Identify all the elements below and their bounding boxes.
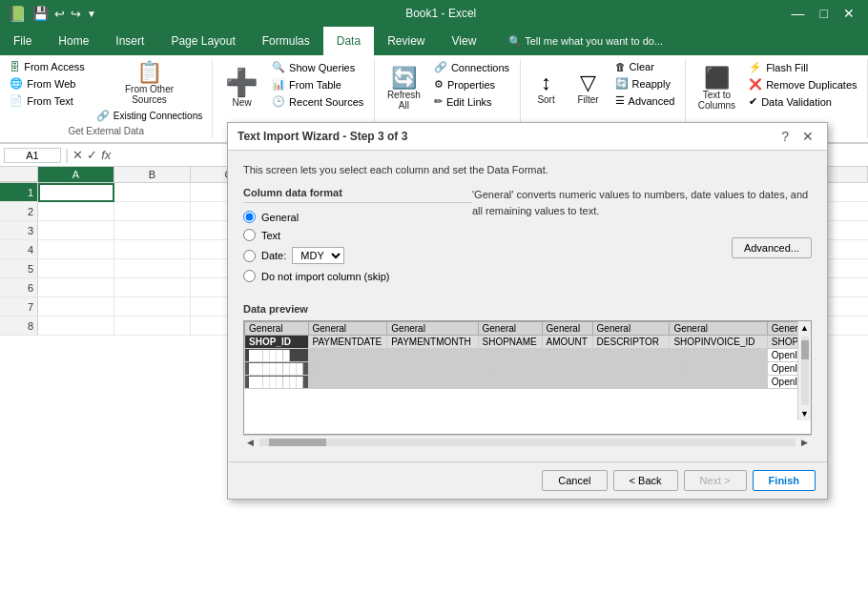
- cell-B5[interactable]: [114, 259, 191, 278]
- preview-cell: ██████████: [592, 349, 670, 362]
- tell-me-input[interactable]: 🔍 Tell me what you want to do...: [508, 35, 663, 48]
- quick-access-dropdown[interactable]: ▼: [87, 9, 96, 19]
- function-icon[interactable]: fx: [101, 148, 111, 162]
- from-other-sources-button[interactable]: 📋 From OtherSources: [93, 59, 206, 107]
- recent-sources-button[interactable]: 🕒 Recent Sources: [268, 93, 367, 110]
- close-button[interactable]: ✕: [837, 6, 860, 21]
- advanced-button[interactable]: Advanced...: [732, 237, 812, 258]
- cancel-button[interactable]: Cancel: [542, 470, 607, 491]
- filter-button[interactable]: ▽ Filter: [569, 59, 608, 118]
- undo-icon[interactable]: ↩: [54, 7, 65, 21]
- cell-B7[interactable]: [114, 297, 191, 317]
- cell-A2[interactable]: [38, 202, 114, 221]
- tab-page-layout[interactable]: Page Layout: [157, 27, 248, 55]
- sort-button[interactable]: ↕ Sort: [527, 59, 566, 118]
- data-validation-button[interactable]: ✔ Data Validation: [745, 93, 860, 110]
- cell-A6[interactable]: [38, 278, 114, 297]
- from-text-button[interactable]: 📄 From Text: [6, 92, 89, 109]
- refresh-all-button[interactable]: 🔄 RefreshAll: [382, 59, 426, 118]
- next-button[interactable]: Next >: [684, 470, 747, 491]
- reapply-button[interactable]: 🔄 Reapply: [611, 75, 679, 92]
- new-query-button[interactable]: ➕ New: [219, 59, 264, 118]
- dialog-help-button[interactable]: ?: [777, 129, 793, 144]
- scroll-up-arrow[interactable]: ▲: [798, 321, 811, 335]
- row-header-2[interactable]: 2: [0, 202, 38, 221]
- from-web-button[interactable]: 🌐 From Web: [6, 75, 89, 92]
- tab-formulas[interactable]: Formulas: [249, 27, 323, 55]
- radio-date[interactable]: Date: MDY DMY YMD: [243, 247, 472, 264]
- preview-cell: SHOPINVOICE_ID: [670, 336, 767, 349]
- row-header-6[interactable]: 6: [0, 278, 38, 297]
- cell-A4[interactable]: [38, 240, 114, 259]
- preview-cell: ████████████: [387, 362, 478, 376]
- row-header-7[interactable]: 7: [0, 297, 38, 317]
- flash-fill-button[interactable]: ⚡ Flash Fill: [745, 59, 860, 75]
- dialog-title: Text Import Wizard - Step 3 of 3: [238, 130, 407, 143]
- cell-B3[interactable]: [114, 221, 191, 240]
- back-button[interactable]: < Back: [613, 470, 678, 491]
- edit-links-button[interactable]: ✏ Edit Links: [430, 93, 513, 110]
- preview-cell: ██████████: [592, 376, 670, 389]
- existing-connections-button[interactable]: 🔗 Existing Connections: [93, 108, 206, 124]
- date-format-select[interactable]: MDY DMY YMD: [292, 247, 344, 264]
- col-header-B[interactable]: B: [114, 167, 191, 182]
- from-access-button[interactable]: 🗄 From Access: [6, 59, 89, 74]
- finish-button[interactable]: Finish: [753, 470, 816, 491]
- tab-insert[interactable]: Insert: [102, 27, 157, 55]
- advanced-icon: ☰: [615, 94, 625, 107]
- scroll-thumb-h: [269, 439, 326, 446]
- preview-cell: ██████: [245, 349, 309, 362]
- radio-text[interactable]: Text: [243, 229, 472, 241]
- tab-review[interactable]: Review: [374, 27, 438, 55]
- redo-icon[interactable]: ↪: [71, 7, 81, 21]
- radio-skip[interactable]: Do not import column (skip): [243, 270, 472, 282]
- connections-button[interactable]: 🔗 Connections: [430, 59, 513, 75]
- cell-B4[interactable]: [114, 240, 191, 259]
- from-table-button[interactable]: 📊 From Table: [268, 76, 367, 92]
- cell-A3[interactable]: [38, 221, 114, 240]
- cell-B2[interactable]: [114, 202, 191, 221]
- preview-cell: ██████: [542, 376, 592, 389]
- preview-col-header: General: [670, 322, 767, 336]
- scroll-left-arrow[interactable]: ◀: [243, 438, 258, 447]
- row-header-1[interactable]: 1: [0, 183, 38, 202]
- cell-B6[interactable]: [114, 278, 191, 297]
- remove-duplicates-button[interactable]: ❌ Remove Duplicates: [745, 76, 860, 92]
- tab-file[interactable]: File: [0, 27, 45, 55]
- scroll-down-arrow[interactable]: ▼: [798, 407, 811, 420]
- radio-general[interactable]: General: [243, 211, 472, 223]
- dialog-close-button[interactable]: ✕: [798, 129, 817, 144]
- cell-A8[interactable]: [38, 317, 114, 336]
- row-header-4[interactable]: 4: [0, 240, 38, 259]
- name-box[interactable]: [4, 148, 61, 163]
- row-header-8[interactable]: 8: [0, 317, 38, 336]
- advanced-filter-button[interactable]: ☰ Advanced: [611, 92, 679, 109]
- text-to-columns-button[interactable]: ⬛ Text toColumns: [692, 59, 741, 118]
- row-header-5[interactable]: 5: [0, 259, 38, 278]
- tab-view[interactable]: View: [439, 27, 490, 55]
- show-queries-button[interactable]: 🔍 Show Queries: [268, 59, 367, 75]
- cell-A5[interactable]: [38, 259, 114, 278]
- scroll-track-h[interactable]: [259, 439, 796, 446]
- cell-A1[interactable]: [38, 183, 114, 202]
- scroll-right-arrow[interactable]: ▶: [797, 438, 812, 447]
- cell-B1[interactable]: [114, 183, 191, 202]
- row-header-3[interactable]: 3: [0, 221, 38, 240]
- save-icon[interactable]: 💾: [32, 6, 49, 21]
- maximize-button[interactable]: □: [815, 6, 834, 21]
- cancel-formula-icon[interactable]: ✕: [72, 148, 83, 162]
- col-header-A[interactable]: A: [38, 167, 114, 182]
- cell-B8[interactable]: [114, 317, 191, 336]
- preview-cell: SHOPNAME: [478, 336, 542, 349]
- external-buttons: 🗄 From Access 🌐 From Web 📄 From Text 📋: [6, 59, 206, 124]
- minimize-button[interactable]: —: [786, 6, 811, 21]
- tab-home[interactable]: Home: [45, 27, 102, 55]
- properties-button[interactable]: ⚙ Properties: [430, 76, 513, 92]
- from-web-icon: 🌐: [10, 77, 23, 90]
- preview-col-header: General: [245, 322, 309, 336]
- confirm-formula-icon[interactable]: ✓: [87, 148, 97, 162]
- dialog-columns: Column data format General Text Date:: [243, 187, 812, 290]
- clear-button[interactable]: 🗑 Clear: [611, 59, 679, 74]
- tab-data[interactable]: Data: [323, 27, 374, 55]
- cell-A7[interactable]: [38, 297, 114, 317]
